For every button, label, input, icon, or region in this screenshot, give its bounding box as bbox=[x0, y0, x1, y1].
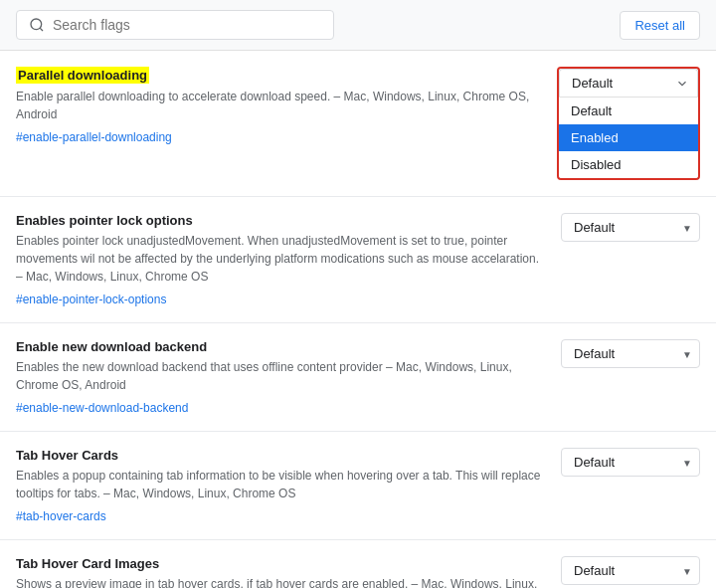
search-input[interactable] bbox=[53, 17, 321, 33]
flag-title: Enable new download backend bbox=[16, 339, 207, 354]
flag-select[interactable]: Default Enabled Disabled bbox=[561, 339, 700, 368]
dropdown-container: Default Default Enabled Disabled bbox=[557, 67, 700, 180]
flag-select[interactable]: Default Enabled Disabled bbox=[561, 213, 700, 242]
flag-description: Enables a popup containing tab informati… bbox=[16, 467, 545, 502]
flag-title: Enables pointer lock options bbox=[16, 213, 193, 228]
search-box bbox=[16, 10, 334, 40]
flag-content: Tab Hover Card Images Shows a preview im… bbox=[16, 556, 545, 588]
flag-description: Enables the new download backend that us… bbox=[16, 358, 545, 394]
flag-control: Default Default Enabled Disabled bbox=[557, 67, 700, 180]
flag-description: Shows a preview image in tab hover cards… bbox=[16, 575, 545, 588]
flag-title: Tab Hover Card Images bbox=[16, 556, 159, 571]
top-bar: Reset all bbox=[0, 0, 716, 51]
flag-title: Tab Hover Cards bbox=[16, 448, 118, 463]
chevron-down-icon bbox=[675, 77, 689, 91]
flag-item: Tab Hover Cards Enables a popup containi… bbox=[0, 432, 716, 540]
flag-description: Enables pointer lock unadjustedMovement.… bbox=[16, 232, 545, 286]
flag-link[interactable]: #tab-hover-cards bbox=[16, 509, 106, 523]
flag-link[interactable]: #enable-pointer-lock-options bbox=[16, 293, 166, 306]
svg-point-0 bbox=[31, 19, 42, 30]
select-wrapper: Default Enabled Disabled ▼ bbox=[561, 339, 700, 368]
flag-content: Tab Hover Cards Enables a popup containi… bbox=[16, 448, 545, 523]
flag-item: Tab Hover Card Images Shows a preview im… bbox=[0, 540, 716, 588]
flag-content: Enables pointer lock options Enables poi… bbox=[16, 213, 545, 306]
flag-control: Default Enabled Disabled ▼ bbox=[561, 339, 700, 368]
dropdown-option-default[interactable]: Default bbox=[559, 98, 698, 124]
flag-item: Parallel downloading Enable parallel dow… bbox=[0, 51, 716, 197]
select-wrapper: Default Enabled Disabled ▼ bbox=[561, 213, 700, 242]
flag-item: Enables pointer lock options Enables poi… bbox=[0, 197, 716, 323]
dropdown-option-enabled[interactable]: Enabled bbox=[559, 124, 698, 151]
select-wrapper: Default Enabled Disabled ▼ bbox=[561, 556, 700, 585]
flag-control: Default Enabled Disabled ▼ bbox=[561, 213, 700, 242]
flags-list: Parallel downloading Enable parallel dow… bbox=[0, 51, 716, 588]
select-wrapper: Default Enabled Disabled ▼ bbox=[561, 448, 700, 477]
reset-all-button[interactable]: Reset all bbox=[620, 11, 700, 40]
dropdown-current-value: Default bbox=[572, 76, 613, 91]
flag-content: Parallel downloading Enable parallel dow… bbox=[16, 67, 541, 144]
flag-select[interactable]: Default Enabled Disabled bbox=[561, 556, 700, 585]
flag-control: Default Enabled Disabled ▼ bbox=[561, 448, 700, 477]
flag-content: Enable new download backend Enables the … bbox=[16, 339, 545, 415]
flag-link[interactable]: #enable-parallel-downloading bbox=[16, 130, 172, 144]
flag-link[interactable]: #enable-new-download-backend bbox=[16, 401, 188, 415]
flag-control: Default Enabled Disabled ▼ bbox=[561, 556, 700, 585]
svg-line-1 bbox=[40, 28, 43, 31]
flag-item: Enable new download backend Enables the … bbox=[0, 323, 716, 432]
flag-select[interactable]: Default Enabled Disabled bbox=[561, 448, 700, 477]
dropdown-option-disabled[interactable]: Disabled bbox=[559, 151, 698, 178]
dropdown-trigger[interactable]: Default bbox=[559, 69, 698, 97]
flag-title: Parallel downloading bbox=[16, 67, 149, 84]
dropdown-list: Default Enabled Disabled bbox=[559, 97, 698, 178]
flag-description: Enable parallel downloading to accelerat… bbox=[16, 88, 541, 123]
search-icon bbox=[29, 17, 45, 33]
